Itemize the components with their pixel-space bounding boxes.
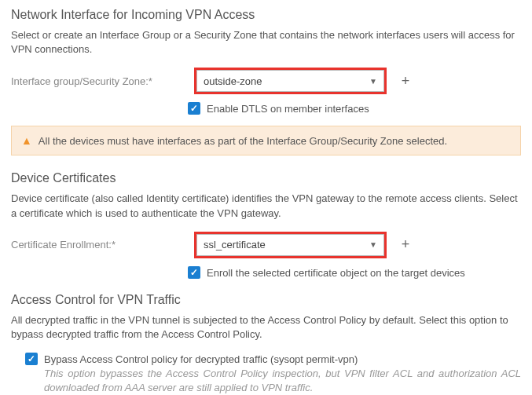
cert-enrollment-value: ssl_certificate — [204, 239, 266, 251]
chevron-down-icon: ▼ — [369, 240, 377, 249]
enroll-cert-label: Enroll the selected certificate object o… — [207, 267, 465, 279]
bypass-acp-subtext: This option bypasses the Access Control … — [44, 367, 521, 394]
enable-dtls-checkbox[interactable]: ✓ — [188, 102, 200, 115]
interface-group-value: outside-zone — [204, 75, 262, 87]
warning-icon: ▲ — [21, 134, 32, 147]
interface-group-label: Interface group/Security Zone:* — [11, 75, 188, 87]
bypass-acp-label: Bypass Access Control policy for decrypt… — [44, 353, 358, 365]
cert-enrollment-select-highlight: ssl_certificate ▼ — [194, 232, 387, 258]
cert-section-title: Device Certificates — [11, 171, 521, 185]
cert-section-desc: Device certificate (also called Identity… — [11, 192, 521, 220]
interface-alert: ▲ All the devices must have interfaces a… — [11, 126, 521, 155]
enroll-cert-checkbox[interactable]: ✓ — [188, 266, 200, 279]
bypass-acp-checkbox[interactable]: ✓ — [25, 353, 38, 365]
access-section-desc: All decrypted traffic in the VPN tunnel … — [11, 313, 521, 342]
chevron-down-icon: ▼ — [369, 77, 377, 86]
interface-group-select-highlight: outside-zone ▼ — [194, 68, 387, 94]
access-section-title: Access Control for VPN Traffic — [11, 293, 521, 307]
cert-enrollment-label: Certificate Enrollment:* — [11, 239, 188, 251]
network-section-desc: Select or create an Interface Group or a… — [11, 28, 521, 57]
add-interface-group-button[interactable]: + — [398, 73, 413, 89]
interface-alert-text: All the devices must have interfaces as … — [39, 135, 447, 147]
interface-group-select[interactable]: outside-zone ▼ — [196, 70, 384, 92]
cert-enrollment-select[interactable]: ssl_certificate ▼ — [196, 234, 384, 256]
enable-dtls-label: Enable DTLS on member interfaces — [207, 103, 369, 115]
network-section-title: Network Interface for Incoming VPN Acces… — [11, 8, 521, 22]
add-cert-button[interactable]: + — [398, 237, 413, 253]
